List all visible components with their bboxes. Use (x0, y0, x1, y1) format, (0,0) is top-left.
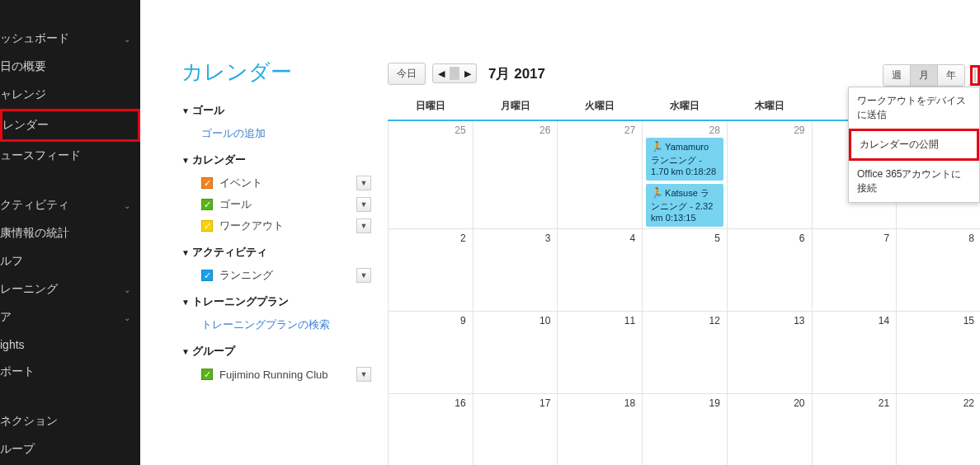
calendar-cell[interactable]: 11 (558, 312, 643, 394)
chevron-down-icon: ⌄ (124, 35, 130, 44)
filter-label: ゴール (219, 197, 356, 212)
calendar-cell[interactable]: 25 (389, 120, 474, 229)
calendar-cell[interactable]: 2 (389, 229, 474, 312)
view-year[interactable]: 年 (938, 65, 964, 86)
gear-highlight (970, 65, 980, 86)
filter-dropdown[interactable]: ▼ (356, 367, 371, 382)
calendar-cell[interactable]: 26 (473, 120, 558, 229)
day-number: 6 (799, 233, 805, 244)
sidebar-item[interactable]: ポート (0, 358, 140, 386)
calendar-event[interactable]: 🏃Katsuse ランニング - 2.32 km 0:13:15 (646, 184, 723, 227)
calendar-cell[interactable]: 5 (643, 229, 728, 312)
sidebar-item[interactable]: ッシュボード⌄ (0, 25, 140, 53)
calendar-cell[interactable]: 15 (897, 312, 980, 394)
sidebar-item[interactable]: レンダー (0, 109, 140, 142)
section-calendar[interactable]: カレンダー (181, 144, 371, 172)
sidebar-item[interactable]: レーニング⌄ (0, 275, 140, 303)
calendar-event[interactable]: 🏃Yamamuro ランニング - 1.70 km 0:18:28 (646, 138, 723, 181)
day-number: 14 (879, 315, 889, 326)
calendar-cell[interactable]: 29 (727, 120, 812, 229)
calendar-cell[interactable]: 21 (812, 394, 897, 465)
day-number: 27 (624, 124, 635, 136)
training-plan-search-link[interactable]: トレーニングプランの検索 (181, 314, 371, 336)
day-number: 26 (539, 124, 550, 136)
filter-label: ワークアウト (219, 218, 356, 233)
view-week[interactable]: 週 (883, 65, 911, 86)
checkbox[interactable]: ✓ (201, 369, 213, 380)
sidebar-item[interactable]: ループ (0, 435, 140, 463)
menu-item[interactable]: Office 365アカウントに接続 (849, 161, 979, 202)
section-activities[interactable]: アクティビティ (181, 237, 371, 265)
checkbox[interactable]: ✓ (201, 220, 213, 232)
filter-dropdown[interactable]: ▼ (356, 176, 371, 190)
calendar-toolbar: 今日 ◀ ▶ 7月 2017 (388, 59, 955, 87)
sidebar-item[interactable]: ネクション (0, 407, 140, 435)
calendar-cell[interactable]: 6 (727, 229, 812, 312)
left-panel: カレンダー ゴール ゴールの追加 カレンダー ✓イベント▼✓ゴール▼✓ワークアウ… (181, 0, 371, 385)
section-goals[interactable]: ゴール (181, 95, 371, 123)
add-goal-link[interactable]: ゴールの追加 (181, 123, 371, 144)
calendar-cell[interactable]: 7 (812, 229, 897, 312)
calendar-cell[interactable]: 8 (897, 229, 980, 312)
filter-row: ✓イベント▼ (181, 172, 371, 194)
prev-month-button[interactable]: ◀ (433, 68, 450, 79)
calendar-cell[interactable]: 19 (643, 394, 728, 465)
day-number: 7 (884, 233, 890, 244)
calendar-cell[interactable]: 9 (389, 312, 474, 394)
sidebar-item[interactable]: ights (0, 331, 140, 358)
calendar-cell[interactable]: 4 (558, 229, 643, 312)
sidebar-item[interactable]: ュースフィード (0, 142, 140, 170)
calendar-options-menu: ワークアウトをデバイスに送信カレンダーの公開Office 365アカウントに接続 (848, 87, 980, 203)
day-number: 18 (624, 397, 635, 409)
next-month-button[interactable]: ▶ (459, 68, 476, 79)
gear-icon[interactable] (974, 68, 976, 82)
day-number: 28 (709, 124, 719, 136)
sidebar-item[interactable]: ャレンジ (0, 81, 140, 109)
day-number: 20 (794, 397, 804, 409)
section-groups[interactable]: グループ (181, 336, 371, 364)
sidebar-item[interactable]: 康情報の統計 (0, 219, 140, 247)
calendar-cell[interactable]: 20 (727, 394, 812, 465)
checkbox[interactable]: ✓ (201, 270, 213, 281)
day-number: 5 (714, 233, 720, 244)
filter-dropdown[interactable]: ▼ (356, 197, 371, 212)
filter-row: ✓ゴール▼ (181, 194, 371, 215)
day-number: 3 (545, 233, 551, 244)
sidebar-item[interactable]: ルフ (0, 247, 140, 275)
calendar-cell[interactable]: 18 (558, 394, 643, 465)
chevron-down-icon: ⌄ (124, 201, 130, 210)
view-switch-area: 週 月 年 (883, 64, 980, 87)
day-number: 9 (460, 315, 466, 326)
day-number: 13 (794, 315, 804, 326)
checkbox[interactable]: ✓ (201, 177, 213, 189)
calendar-cell[interactable]: 27 (558, 120, 643, 229)
calendar-cell[interactable]: 22 (897, 394, 980, 465)
page-title: カレンダー (181, 58, 371, 87)
calendar-cell[interactable]: 12 (643, 312, 728, 394)
calendar-cell[interactable]: 14 (812, 312, 897, 394)
runner-icon: 🏃 (651, 141, 663, 153)
calendar-cell[interactable]: 17 (473, 394, 558, 465)
calendar-cell[interactable]: 10 (473, 312, 558, 394)
view-month[interactable]: 月 (911, 65, 938, 86)
calendar-cell[interactable]: 28🏃Yamamuro ランニング - 1.70 km 0:18:28🏃Kats… (643, 120, 728, 229)
sidebar-item[interactable]: ア⌄ (0, 303, 140, 331)
filter-dropdown[interactable]: ▼ (356, 218, 371, 233)
filter-dropdown[interactable]: ▼ (356, 268, 371, 283)
sidebar-item[interactable]: 日の概要 (0, 53, 140, 81)
calendar-cell[interactable]: 3 (473, 229, 558, 312)
filter-label: イベント (219, 176, 356, 190)
day-number: 22 (964, 397, 974, 409)
month-nav: ◀ ▶ (432, 63, 477, 83)
today-button[interactable]: 今日 (388, 63, 426, 85)
day-number: 29 (794, 124, 804, 136)
menu-item[interactable]: カレンダーの公開 (849, 129, 979, 161)
sidebar-item[interactable]: クティビティ⌄ (0, 191, 140, 219)
section-training[interactable]: トレーニングプラン (181, 286, 371, 314)
filter-label: ランニング (219, 268, 356, 283)
checkbox[interactable]: ✓ (201, 199, 213, 210)
chevron-down-icon: ⌄ (124, 313, 130, 322)
menu-item[interactable]: ワークアウトをデバイスに送信 (849, 87, 979, 129)
calendar-cell[interactable]: 16 (389, 394, 474, 465)
calendar-cell[interactable]: 13 (727, 312, 812, 394)
